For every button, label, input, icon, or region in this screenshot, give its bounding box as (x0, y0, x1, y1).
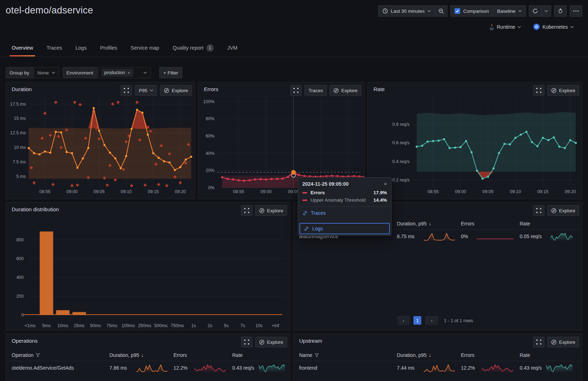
column-header-rate[interactable]: Rate (232, 350, 243, 360)
tab-jvm[interactable]: JVM (225, 39, 240, 57)
environment-select[interactable]: production× (98, 67, 151, 78)
rate-chart[interactable]: 0.2 req/s0.4 req/s0.6 req/s0.8 req/s08:5… (368, 82, 582, 199)
rate-value: 0.43 req/s (232, 365, 254, 371)
explore-button[interactable]: Explore (160, 85, 192, 96)
expand-panel-button[interactable] (121, 85, 132, 96)
panel-title: Upstream (299, 338, 322, 344)
expand-panel-button[interactable] (533, 85, 544, 96)
errors-value: 12.2% (173, 365, 188, 371)
svg-text:7.5 ms: 7.5 ms (12, 159, 26, 164)
tooltip-traces-link[interactable]: Traces (298, 208, 391, 218)
svg-text:+Inf: +Inf (272, 323, 279, 328)
svg-text:0.6 req/s: 0.6 req/s (392, 140, 410, 145)
compass-icon (259, 208, 264, 213)
operation-link[interactable]: oteldemo.AdService/GetAds (12, 365, 74, 371)
explore-button[interactable]: Explore (547, 85, 579, 96)
close-icon[interactable]: × (384, 181, 387, 187)
chevron-down-icon (52, 72, 55, 74)
duration-sparkline (136, 363, 168, 373)
runtime-button[interactable]: Runtime (489, 24, 521, 30)
java-icon (489, 24, 494, 30)
page-title: otel-demo/adservice (6, 5, 93, 16)
pagination-next-button[interactable]: › (426, 316, 438, 325)
column-header-rate[interactable]: Rate (520, 350, 530, 360)
svg-text:09:15: 09:15 (148, 189, 159, 194)
duration-value: 7.86 ms (109, 365, 127, 371)
explore-button[interactable]: Explore (255, 337, 287, 347)
explore-button[interactable]: Explore (330, 85, 361, 96)
expand-icon (536, 339, 542, 345)
comparison-checkbox[interactable] (455, 8, 460, 14)
tooltip-logs-link[interactable]: Logs (300, 224, 389, 234)
column-header-duration[interactable]: Duration, p95↓ (397, 219, 431, 229)
distribution-chart[interactable]: 0200400600800<1ms5ms10ms25ms50ms75ms100m… (6, 202, 290, 330)
svg-text:200: 200 (16, 294, 24, 299)
tab-logs[interactable]: Logs (73, 39, 89, 57)
filter-icon[interactable] (314, 353, 319, 358)
explore-button[interactable]: Explore (547, 337, 579, 347)
column-header-name[interactable]: Name (299, 350, 319, 360)
add-filter-button[interactable]: + Filter (159, 67, 183, 78)
tab-overview[interactable]: Overview (10, 39, 35, 57)
column-header-operation[interactable]: Operation (12, 350, 40, 360)
explore-button[interactable]: Explore (547, 205, 579, 216)
tooltip-series-row: Upper Anomaly Threshold 14.4% (298, 196, 391, 204)
tab-quality-report[interactable]: Quality report1 (171, 39, 216, 57)
percentile-select[interactable]: P95 (135, 85, 157, 96)
expand-icon (536, 208, 542, 213)
svg-text:08:55: 08:55 (428, 189, 439, 194)
time-range-button[interactable]: Last 30 minutes (378, 5, 435, 17)
duration-value: 8.75 ms (397, 234, 415, 239)
svg-text:5ms: 5ms (42, 323, 51, 328)
tab-traces[interactable]: Traces (44, 39, 64, 57)
compass-icon (551, 340, 556, 345)
errors-value: 0% (461, 234, 468, 239)
svg-text:2s: 2s (208, 323, 212, 328)
kubernetes-button[interactable]: Kubernetes (533, 23, 574, 30)
expand-panel-button[interactable] (241, 337, 252, 347)
explore-button[interactable]: Explore (255, 205, 287, 216)
comparison-toggle[interactable]: Comparison (450, 5, 493, 17)
upstream-service-link[interactable]: frontend (299, 365, 317, 371)
expand-panel-button[interactable] (241, 205, 252, 216)
zoom-out-button[interactable] (435, 5, 447, 17)
column-header-errors[interactable]: Errors (173, 350, 187, 360)
compass-icon (259, 340, 264, 345)
column-header-errors[interactable]: Errors (461, 219, 474, 229)
kubernetes-icon (533, 23, 540, 30)
column-header-errors[interactable]: Errors (461, 350, 474, 360)
flame-button[interactable] (554, 5, 567, 17)
pagination-prev-button[interactable]: ‹ (398, 316, 409, 325)
duration-chart[interactable]: 5 ms7.5 ms10 ms12.5 ms15 ms17.5 ms08:550… (6, 82, 195, 199)
traces-button[interactable]: Traces (304, 85, 327, 96)
expand-panel-button[interactable] (533, 205, 544, 216)
svg-text:09:00: 09:00 (67, 189, 78, 194)
rate-sparkline (258, 363, 286, 373)
column-header-duration[interactable]: Duration, p95↓ (397, 350, 431, 360)
svg-text:09:00: 09:00 (261, 189, 272, 194)
column-header-duration[interactable]: Duration, p95↓ (109, 350, 144, 360)
baseline-select[interactable]: Baseline (493, 5, 526, 17)
filter-icon[interactable] (35, 353, 40, 358)
group-by-select[interactable]: None (34, 67, 59, 78)
expand-panel-button[interactable] (533, 337, 544, 347)
pagination-current-page[interactable]: 1 (413, 316, 421, 325)
refresh-icon (532, 8, 538, 14)
expand-panel-button[interactable] (290, 85, 302, 96)
tab-service-map[interactable]: Service map (129, 39, 161, 57)
tooltip-timestamp: 2024-11-25 09:05:00 (302, 181, 349, 187)
errors-sparkline (481, 363, 514, 373)
refresh-interval-button[interactable] (541, 5, 551, 17)
tab-profiles[interactable]: Profiles (98, 39, 119, 57)
svg-text:100%: 100% (203, 99, 215, 104)
pagination-summary: 1 - 1 of 1 rows (444, 318, 473, 323)
duration-sparkline (423, 363, 456, 373)
svg-text:600: 600 (16, 256, 24, 261)
link-icon (302, 211, 308, 216)
series-color-icon (302, 192, 307, 194)
more-options-button[interactable] (570, 5, 582, 17)
environment-chip[interactable]: production× (102, 69, 133, 77)
column-header-rate[interactable]: Rate (520, 219, 530, 229)
expand-icon (244, 339, 250, 345)
refresh-button[interactable] (529, 5, 542, 17)
